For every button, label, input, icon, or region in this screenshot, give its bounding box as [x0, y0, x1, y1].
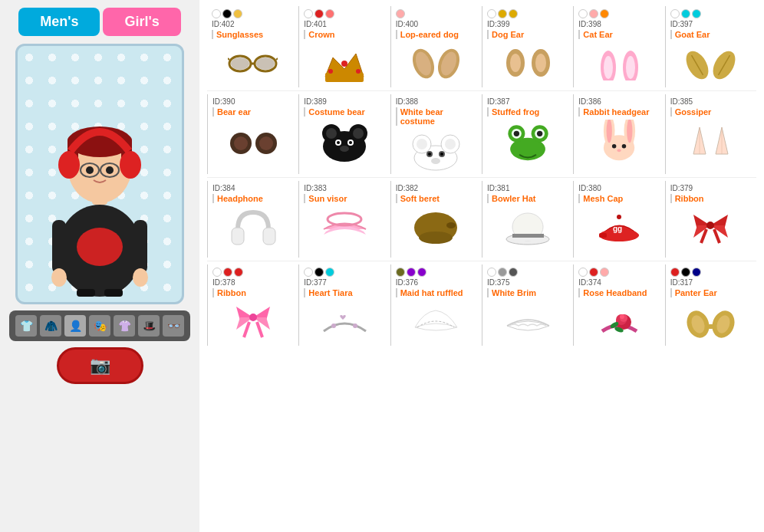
item-label-whitebrim: White Brim	[487, 288, 536, 297]
svg-point-56	[326, 128, 337, 139]
color-dot	[692, 9, 701, 18]
color-dot	[692, 268, 701, 277]
svg-point-67	[445, 139, 456, 149]
svg-point-16	[51, 268, 67, 287]
face-icon[interactable]: 🎭	[89, 315, 110, 337]
item-icon-whitebrim	[487, 300, 568, 343]
item-cell-390[interactable]: ID:390 Bear ear	[207, 94, 298, 174]
jacket-icon[interactable]: 🧥	[40, 315, 61, 337]
color-dot	[498, 268, 507, 277]
item-cell-385[interactable]: ID:385 Gossiper	[665, 94, 756, 174]
item-cell-399[interactable]: ID:399 Dog Ear	[482, 6, 573, 87]
color-dot	[314, 268, 324, 277]
item-id-401: ID:401	[304, 20, 326, 28]
item-colors-376	[396, 268, 426, 277]
svg-point-60	[337, 141, 340, 144]
item-icon-catear	[578, 42, 660, 84]
item-id-381: ID:381	[487, 184, 509, 192]
item-cell-401[interactable]: ID:401 Crown	[298, 6, 390, 87]
color-dot	[578, 268, 588, 277]
mens-tab[interactable]: Men's	[18, 8, 100, 36]
item-icon-goatear	[670, 42, 752, 84]
item-icon-hearttiara	[304, 300, 385, 343]
top-icon[interactable]: 👚	[114, 315, 135, 337]
svg-rect-103	[599, 233, 607, 238]
item-cell-388[interactable]: ID:388 White bear costume	[390, 94, 482, 174]
item-cell-381[interactable]: ID:381 Bowler Hat	[482, 181, 573, 258]
item-label-bearear: Bear ear	[212, 107, 251, 117]
item-colors-377	[304, 268, 334, 277]
item-cell-377[interactable]: ID:377 Heart Tiara	[298, 264, 390, 346]
item-cell-382[interactable]: ID:382 Soft beret	[390, 181, 482, 258]
svg-point-110	[706, 222, 714, 229]
color-dot	[487, 9, 496, 18]
body-icon[interactable]: 👤	[64, 315, 86, 337]
item-cell-389[interactable]: ID:389 Costume bear	[298, 94, 390, 174]
color-dot	[212, 9, 221, 18]
item-icon-crown	[304, 42, 385, 84]
item-label-bowler: Bowler Hat	[487, 194, 535, 203]
svg-point-1	[77, 228, 123, 266]
avatar-container	[15, 44, 184, 304]
item-id-378: ID:378	[212, 278, 235, 287]
svg-text:gg: gg	[613, 225, 622, 233]
item-id-374: ID:374	[578, 278, 601, 287]
item-cell-374[interactable]: ID:374 Rose Headband	[573, 264, 664, 346]
item-cell-380[interactable]: ID:380 Mesh Cap gg	[573, 181, 664, 258]
right-panel: ID:402 Sunglasses	[199, 0, 764, 532]
camera-button[interactable]: 📷	[57, 347, 143, 384]
item-cell-402[interactable]: ID:402 Sunglasses	[207, 6, 298, 87]
item-cell-376[interactable]: ID:376 Maid hat ruffled	[390, 264, 482, 346]
svg-point-8	[120, 151, 141, 179]
item-cell-397[interactable]: ID:397 Goat Ear	[665, 6, 756, 87]
item-cell-379[interactable]: ID:379 Ribbon	[665, 181, 756, 258]
item-cell-383[interactable]: ID:383 Sun visor	[298, 181, 390, 258]
svg-point-70	[428, 153, 431, 156]
item-cell-384[interactable]: ID:384 Headphone	[207, 181, 298, 258]
item-label-whitebear: White bear costume	[396, 107, 477, 126]
glasses-icon[interactable]: 👓	[163, 315, 184, 337]
item-id-390: ID:390	[212, 97, 235, 106]
item-id-400: ID:400	[396, 20, 418, 28]
item-icon-ribbon2	[212, 300, 294, 343]
item-cell-400[interactable]: ID:400 Lop-eared dog	[390, 6, 482, 87]
color-dot	[407, 268, 416, 277]
svg-point-96	[419, 232, 453, 244]
outfit-icon[interactable]: 👕	[15, 315, 37, 337]
item-cell-386[interactable]: ID:386 Rabbit headgear	[573, 94, 664, 174]
svg-rect-128	[707, 324, 714, 329]
item-icon-bearear	[212, 120, 294, 162]
item-label-sunvisor: Sun visor	[304, 194, 347, 203]
color-dot	[509, 268, 518, 277]
item-cell-387[interactable]: ID:387 Stuffed frog	[482, 94, 573, 174]
svg-point-83	[607, 120, 612, 143]
svg-point-87	[617, 149, 621, 153]
item-cell-398[interactable]: ID:398 Cat Ear	[573, 6, 664, 87]
svg-point-25	[231, 57, 249, 70]
item-label-crown: Crown	[304, 30, 334, 39]
svg-point-116	[331, 323, 336, 328]
girls-tab[interactable]: Girl's	[103, 8, 180, 36]
item-id-389: ID:389	[304, 97, 326, 106]
item-label-frog: Stuffed frog	[487, 107, 539, 117]
svg-rect-19	[104, 289, 123, 297]
item-id-377: ID:377	[304, 278, 326, 287]
item-cell-375[interactable]: ID:375 White Brim	[482, 264, 573, 346]
hat-icon[interactable]: 🎩	[138, 315, 160, 337]
color-dot	[304, 9, 313, 18]
svg-point-57	[353, 128, 364, 139]
color-dot	[222, 9, 232, 18]
item-icon-lopdog	[396, 42, 477, 84]
item-label-dogear: Dog Ear	[487, 30, 524, 39]
item-colors-400	[396, 9, 405, 18]
item-id-399: ID:399	[487, 20, 509, 28]
item-cell-378[interactable]: ID:378 Ribbon	[207, 264, 298, 346]
item-id-397: ID:397	[670, 20, 693, 28]
item-icon-frog	[487, 120, 568, 162]
svg-point-29	[341, 61, 347, 67]
item-cell-317[interactable]: ID:317 Panter Ear	[665, 264, 756, 346]
item-icon-costumebear	[304, 120, 385, 162]
color-dot	[233, 9, 242, 18]
color-dot	[314, 9, 324, 18]
row-separator-3	[207, 261, 756, 261]
